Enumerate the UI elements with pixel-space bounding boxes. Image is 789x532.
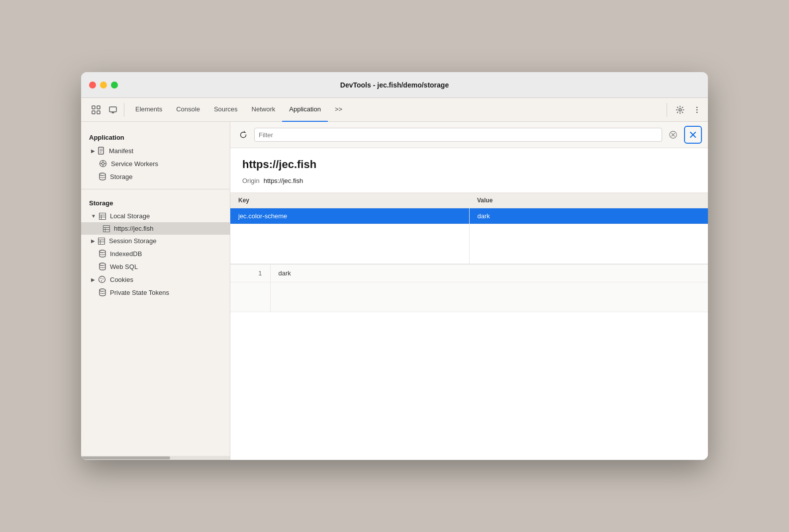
cookies-icon xyxy=(98,275,106,283)
svg-rect-26 xyxy=(103,225,110,232)
panel-bottom: 1 dark xyxy=(230,264,708,312)
svg-point-39 xyxy=(101,280,102,281)
svg-point-21 xyxy=(99,173,105,176)
service-workers-icon xyxy=(99,160,107,168)
panel: https://jec.fish Origin https://jec.fish… xyxy=(230,122,708,460)
svg-point-35 xyxy=(99,263,105,266)
device-toolbar-icon[interactable] xyxy=(106,103,120,117)
svg-rect-30 xyxy=(99,238,105,244)
devtools-icons xyxy=(85,103,124,117)
svg-rect-22 xyxy=(99,213,105,219)
sidebar-item-service-workers[interactable]: Service Workers xyxy=(81,157,230,170)
window-title: DevTools - jec.fish/demo/storage xyxy=(340,81,449,89)
main-content: Application ▶ Manifest xyxy=(81,122,708,460)
bottom-empty-index xyxy=(230,282,270,312)
minimize-button[interactable] xyxy=(100,82,107,89)
empty-value xyxy=(469,224,708,264)
tab-bar-right xyxy=(667,103,704,117)
origin-url: https://jec.fish xyxy=(242,158,696,171)
more-options-icon[interactable] xyxy=(690,103,704,117)
panel-origin-section: https://jec.fish Origin https://jec.fish xyxy=(230,148,708,193)
col-value: Value xyxy=(469,193,708,208)
sidebar-item-storage[interactable]: Storage xyxy=(81,170,230,183)
bottom-empty-value xyxy=(270,282,708,312)
sidebar: Application ▶ Manifest xyxy=(81,122,230,460)
bottom-index: 1 xyxy=(230,265,270,282)
row-value[interactable]: dark xyxy=(469,208,708,224)
svg-point-8 xyxy=(696,106,698,108)
origin-row: Origin https://jec.fish xyxy=(242,177,696,184)
session-storage-arrow: ▶ xyxy=(91,238,95,244)
web-sql-icon xyxy=(99,263,106,270)
bottom-row: 1 dark xyxy=(230,265,708,282)
bottom-row-empty xyxy=(230,282,708,312)
origin-value: https://jec.fish xyxy=(264,177,303,184)
value-table: 1 dark xyxy=(230,265,708,312)
origin-label: Origin xyxy=(242,177,260,184)
filter-input[interactable] xyxy=(254,128,662,142)
svg-rect-0 xyxy=(92,106,95,109)
tab-sources[interactable]: Sources xyxy=(207,98,245,122)
tab-console[interactable]: Console xyxy=(169,98,207,122)
table-row[interactable]: jec.color-scheme dark xyxy=(230,208,708,224)
cookies-label: Cookies xyxy=(110,276,133,283)
col-key: Key xyxy=(230,193,469,208)
settings-icon[interactable] xyxy=(673,103,687,117)
row-key[interactable]: jec.color-scheme xyxy=(230,208,469,224)
cookies-arrow: ▶ xyxy=(91,277,95,282)
close-panel-button[interactable] xyxy=(684,126,702,144)
svg-point-9 xyxy=(696,109,698,110)
sidebar-scrollbar-thumb xyxy=(81,456,170,459)
indexeddb-label: IndexedDB xyxy=(110,250,142,258)
svg-rect-2 xyxy=(92,111,95,114)
indexeddb-icon xyxy=(99,250,106,258)
inspect-icon[interactable] xyxy=(89,103,103,117)
sidebar-item-local-storage[interactable]: ▼ Local Storage xyxy=(81,210,230,222)
devtools-window: DevTools - jec.fish/demo/storage xyxy=(81,72,708,460)
maximize-button[interactable] xyxy=(111,82,118,89)
tab-bar: Elements Console Sources Network Applica… xyxy=(81,98,708,122)
sidebar-item-cookies[interactable]: ▶ Cookies xyxy=(81,273,230,286)
close-button[interactable] xyxy=(89,82,96,89)
local-storage-label: Local Storage xyxy=(110,212,150,220)
table-row-empty xyxy=(230,224,708,264)
title-bar: DevTools - jec.fish/demo/storage xyxy=(81,72,708,98)
storage-section-title: Storage xyxy=(81,195,230,210)
tab-network[interactable]: Network xyxy=(245,98,283,122)
svg-point-10 xyxy=(696,111,698,113)
panel-toolbar xyxy=(230,122,708,148)
manifest-icon xyxy=(98,147,105,155)
storage-icon xyxy=(99,173,106,180)
sidebar-item-indexeddb[interactable]: IndexedDB xyxy=(81,247,230,260)
manifest-arrow: ▶ xyxy=(91,148,95,154)
sidebar-item-session-storage[interactable]: ▶ Session Storage xyxy=(81,235,230,247)
sidebar-item-local-storage-jec[interactable]: https://jec.fish xyxy=(81,222,230,235)
manifest-label: Manifest xyxy=(109,147,133,155)
private-state-tokens-icon xyxy=(99,288,106,296)
clear-filter-button[interactable] xyxy=(666,128,680,142)
svg-point-34 xyxy=(99,250,105,253)
sidebar-item-web-sql[interactable]: Web SQL xyxy=(81,260,230,273)
svg-point-16 xyxy=(102,163,104,165)
tab-elements[interactable]: Elements xyxy=(128,98,169,122)
tab-more[interactable]: >> xyxy=(328,98,349,122)
sidebar-scrollbar[interactable] xyxy=(81,456,230,460)
svg-point-7 xyxy=(679,108,682,111)
svg-rect-1 xyxy=(97,106,100,109)
local-storage-jec-label: https://jec.fish xyxy=(114,225,153,232)
bottom-value: dark xyxy=(270,265,708,282)
sidebar-divider xyxy=(81,189,230,189)
svg-point-40 xyxy=(99,289,105,291)
session-storage-label: Session Storage xyxy=(109,237,156,245)
tab-application[interactable]: Application xyxy=(282,98,328,122)
session-storage-icon xyxy=(98,238,105,245)
local-storage-jec-icon xyxy=(103,225,110,232)
refresh-button[interactable] xyxy=(236,128,250,142)
app-section-title: Application xyxy=(81,130,230,144)
private-state-tokens-label: Private State Tokens xyxy=(110,289,169,296)
local-storage-icon xyxy=(99,213,106,220)
sidebar-item-manifest[interactable]: ▶ Manifest xyxy=(81,144,230,157)
sidebar-item-private-state-tokens[interactable]: Private State Tokens xyxy=(81,286,230,299)
service-workers-label: Service Workers xyxy=(111,160,158,168)
storage-table: Key Value jec.color-scheme dark xyxy=(230,193,708,264)
